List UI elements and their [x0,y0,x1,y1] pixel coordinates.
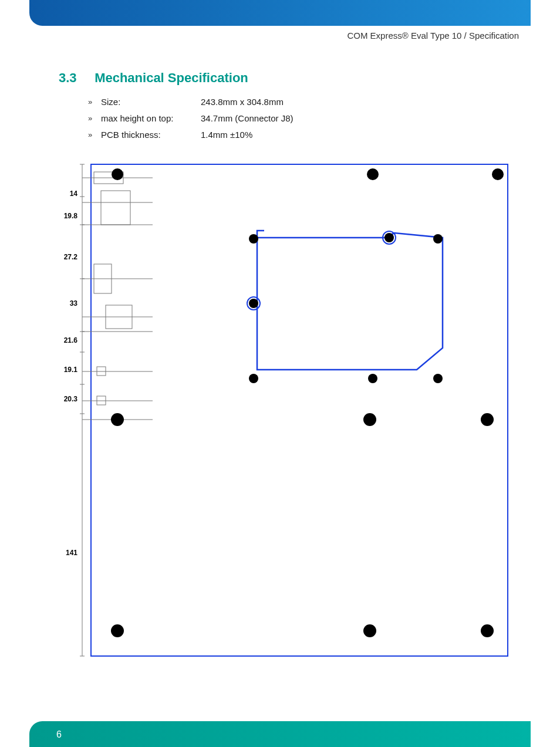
spec-value: 243.8mm x 304.8mm [201,94,284,110]
dim-label: 19.1 [59,366,77,374]
spec-row: » Size: 243.8mm x 304.8mm [88,94,294,110]
dim-label: 27.2 [59,253,77,261]
spec-value: 1.4mm ±10% [201,127,252,143]
svg-point-35 [363,413,376,426]
dim-label: 33 [59,299,77,307]
dim-label: 20.3 [59,395,77,403]
section-heading: 3.3 Mechanical Specification [59,70,248,86]
page-number: 6 [56,729,62,740]
mounting-holes [111,168,504,637]
svg-point-28 [384,233,394,242]
top-banner [29,0,531,26]
bottom-banner [29,721,531,747]
dim-label: 19.8 [59,212,77,220]
svg-point-36 [481,413,494,426]
chevron-icon: » [88,94,101,110]
ref-boxes [82,172,153,420]
svg-point-31 [249,374,258,383]
dim-label: 21.6 [59,336,77,344]
mechanical-diagram: 14 19.8 27.2 33 21.6 19.1 20.3 141 [59,161,511,660]
svg-point-32 [368,374,377,383]
svg-point-38 [363,624,376,637]
dim-label: 14 [59,190,77,198]
svg-point-34 [111,413,124,426]
svg-point-37 [111,624,124,637]
svg-point-30 [249,299,258,308]
spec-label: PCB thickness: [101,127,201,143]
header-breadcrumb: COM Express® Eval Type 10 / Specificatio… [347,31,519,40]
dim-label: 141 [59,549,77,557]
svg-point-24 [112,168,123,180]
chevron-icon: » [88,127,101,143]
svg-point-26 [492,168,504,180]
section-title: Mechanical Specification [95,70,248,85]
spec-label: Size: [101,94,201,110]
spec-list: » Size: 243.8mm x 304.8mm » max height o… [88,94,294,143]
chevron-icon: » [88,110,101,127]
svg-rect-1 [101,191,130,225]
svg-point-25 [367,168,379,180]
module-outline [257,233,443,370]
spec-row: » max height on top: 34.7mm (Connector J… [88,110,294,127]
spec-row: » PCB thickness: 1.4mm ±10% [88,127,294,143]
svg-point-39 [481,624,494,637]
svg-point-27 [249,234,258,244]
svg-point-29 [433,234,443,244]
spec-value: 34.7mm (Connector J8) [201,110,294,127]
spec-label: max height on top: [101,110,201,127]
svg-point-33 [433,374,443,383]
section-number: 3.3 [59,70,91,86]
diagram-svg [59,161,511,660]
